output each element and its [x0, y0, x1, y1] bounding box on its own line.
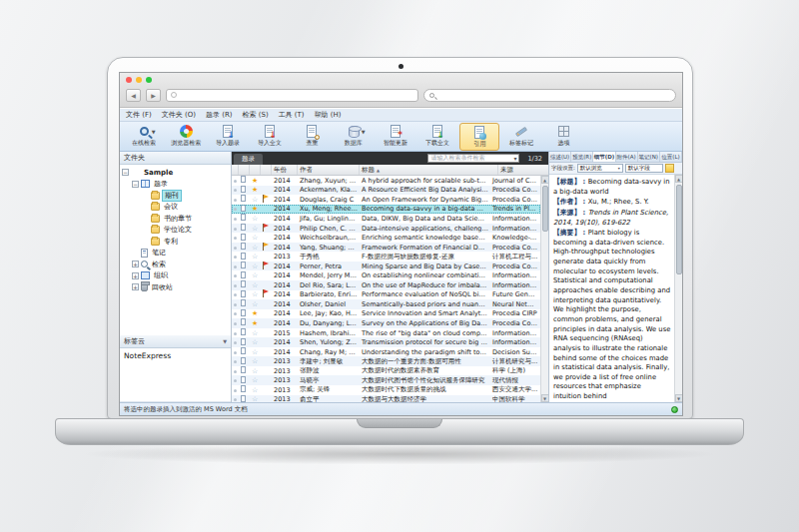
- table-row[interactable]: ★2014Du, Danyang; Li, Aih...Survey on th…: [232, 318, 540, 328]
- address-bar[interactable]: [166, 89, 418, 102]
- detail-scroll-thumb[interactable]: [676, 185, 682, 274]
- sidebar-item-4[interactable]: 书的章节: [120, 213, 231, 225]
- minimize-window-button[interactable]: [136, 77, 142, 83]
- toolbar-browser-search-button[interactable]: 浏览器检索: [166, 123, 206, 151]
- detail-tab-0[interactable]: 综述(U): [549, 152, 571, 162]
- collapse-icon[interactable]: ▼: [223, 338, 227, 344]
- menu-item-0[interactable]: 文件 (F): [126, 110, 152, 120]
- star-icon[interactable]: ☆: [252, 196, 258, 204]
- star-icon[interactable]: ☆: [252, 395, 258, 402]
- star-icon[interactable]: ☆: [252, 348, 258, 356]
- star-icon[interactable]: ★: [252, 177, 258, 185]
- zoom-window-button[interactable]: [146, 77, 152, 83]
- sidebar-item-8[interactable]: +检索: [120, 259, 231, 270]
- flag-icon[interactable]: [263, 262, 269, 269]
- table-row[interactable]: ☆2013马晓亭大数据时代图书馆个性化知识服务保障研究现代情报: [232, 375, 540, 385]
- toolbar-tag-mark-button[interactable]: 标签标记: [501, 123, 541, 151]
- sidebar-item-1[interactable]: −题录: [120, 179, 231, 191]
- toolbar-online-search-button[interactable]: ▼在线检索: [124, 123, 164, 151]
- sidebar-item-0[interactable]: −Sample: [120, 167, 231, 179]
- sidebar-item-3[interactable]: 会议: [120, 202, 231, 214]
- star-icon[interactable]: ☆: [252, 234, 258, 242]
- detail-tab-2[interactable]: 细节(D): [593, 152, 615, 162]
- star-icon[interactable]: ☆: [252, 300, 258, 308]
- star-icon[interactable]: ★: [252, 205, 258, 213]
- table-row[interactable]: ☆2014Douglas, Craig CAn Open Framework f…: [232, 195, 540, 205]
- table-row[interactable]: ★2014Lee, Jay; Kao, Hung-...Service Inno…: [232, 309, 540, 319]
- detail-scroll-up-icon[interactable]: ▲: [675, 175, 683, 183]
- tag-cloud-tag-0[interactable]: NoteExpress: [124, 351, 171, 360]
- star-icon[interactable]: ☆: [252, 386, 258, 394]
- col-year[interactable]: 年份: [272, 165, 298, 175]
- collapse-node-icon[interactable]: −: [132, 181, 139, 188]
- list-scrollbar[interactable]: ▲ ▼: [540, 176, 548, 402]
- star-icon[interactable]: ☆: [252, 225, 258, 233]
- star-icon[interactable]: ★: [252, 309, 258, 317]
- col-source[interactable]: 来源: [498, 165, 548, 175]
- sidebar-item-10[interactable]: +回收站: [120, 281, 231, 293]
- star-icon[interactable]: ☆: [252, 329, 258, 337]
- field-edit-button[interactable]: [665, 164, 674, 173]
- col-flag[interactable]: [261, 165, 272, 175]
- scroll-down-icon[interactable]: ▼: [541, 394, 549, 402]
- sidebar-item-9[interactable]: +组织: [120, 270, 231, 282]
- flag-icon[interactable]: [263, 289, 269, 297]
- toolbar-import-refs-button[interactable]: ↓导入题录: [208, 123, 248, 151]
- star-icon[interactable]: ★: [252, 186, 258, 194]
- table-row[interactable]: ☆2014Shen, Yulong; Zhan...Transmission p…: [232, 337, 540, 347]
- tag-cloud-header[interactable]: 标签云 ▼: [120, 335, 231, 348]
- tab-references[interactable]: 题录: [234, 154, 263, 165]
- flag-icon[interactable]: [263, 243, 269, 251]
- star-icon[interactable]: ☆: [252, 263, 258, 270]
- star-icon[interactable]: ☆: [252, 338, 258, 346]
- flag-icon[interactable]: [263, 195, 269, 203]
- table-row[interactable]: ☆2013张静波大数据时代的数据素养教育科学 (上海): [232, 366, 540, 376]
- star-icon[interactable]: ☆: [252, 271, 258, 279]
- menu-item-1[interactable]: 文件夹 (O): [162, 110, 196, 120]
- browser-search-field[interactable]: [423, 89, 677, 102]
- detail-tab-5[interactable]: 位置(L): [660, 152, 682, 162]
- star-icon[interactable]: ☆: [252, 367, 258, 375]
- detail-tab-1[interactable]: 预览(R): [571, 152, 593, 162]
- col-title[interactable]: 标题 ▲: [360, 165, 498, 175]
- star-icon[interactable]: ☆: [252, 376, 258, 384]
- table-row[interactable]: ☆2013于秀艳F-数据挖掘与缺损数据修复-还原计算机工程与...: [232, 252, 540, 262]
- table-row[interactable]: ☆2013宗威; 吴锋大数据时代下数据质量的挑战西安交通大学...: [232, 385, 540, 395]
- star-icon[interactable]: ★: [252, 319, 258, 327]
- toolbar-smart-update-button[interactable]: *智能更新: [376, 123, 415, 151]
- col-author[interactable]: 作者: [298, 165, 360, 175]
- star-icon[interactable]: ☆: [252, 357, 258, 365]
- detail-tab-4[interactable]: 笔记(N): [638, 152, 660, 162]
- toolbar-database-button[interactable]: ▼数据库: [334, 123, 374, 151]
- menu-item-3[interactable]: 检索 (S): [242, 110, 268, 120]
- table-row[interactable]: ☆2014Yang, Shuang; Guo, ...Framework For…: [232, 243, 540, 253]
- toolbar-dedupe-button[interactable]: 查重: [292, 123, 332, 151]
- star-icon[interactable]: ☆: [252, 244, 258, 252]
- dropdown-caret-icon[interactable]: ▼: [152, 129, 156, 135]
- table-row[interactable]: ☆2014Barbierato, Enrico; G...Performance…: [232, 290, 540, 300]
- table-row[interactable]: ☆2013李建中; 刘显敏大数据的一个重要方面:数据可用性计算机研究与...: [232, 356, 540, 366]
- expand-node-icon[interactable]: +: [132, 261, 139, 267]
- table-row[interactable]: ☆2014Del Rio, Sara; López...On the use o…: [232, 280, 540, 290]
- back-button[interactable]: ◀: [126, 89, 141, 102]
- style-select[interactable]: 默认浏览 ▾: [577, 164, 623, 173]
- detail-scrollbar[interactable]: ▲ ▼: [674, 175, 682, 402]
- col-star[interactable]: [250, 165, 261, 175]
- menu-item-4[interactable]: 工具 (T): [279, 110, 305, 120]
- table-row[interactable]: ☆2014Philip Chen, C. L; Zh...Data-intens…: [232, 224, 540, 234]
- table-row[interactable]: ☆2014Olsher, DanielSemantically-based pr…: [232, 299, 540, 309]
- menu-item-2[interactable]: 题录 (R): [206, 110, 233, 120]
- forward-button[interactable]: ▶: [146, 89, 161, 102]
- star-icon[interactable]: ☆: [252, 253, 258, 261]
- detail-scroll-down-icon[interactable]: ▼: [675, 394, 683, 402]
- table-row[interactable]: ★2014Xu, Meng; Rhee, Se...Becoming data-…: [232, 205, 540, 215]
- collapse-node-icon[interactable]: −: [122, 169, 129, 176]
- table-row[interactable]: ★2014Ackermann, Klaus; A...A Resource Ef…: [232, 186, 540, 196]
- expand-node-icon[interactable]: +: [132, 272, 139, 279]
- menu-item-5[interactable]: 帮助 (H): [315, 110, 342, 120]
- expand-node-icon[interactable]: +: [132, 283, 139, 290]
- table-row[interactable]: ☆2014Weichselbraun, A; G...Enriching sem…: [232, 233, 540, 243]
- detail-tab-3[interactable]: 附件(A): [616, 152, 638, 162]
- toolbar-import-fulltext-button[interactable]: ↓导入全文: [250, 123, 290, 151]
- list-search-input[interactable]: 请输入检索条件检索 ▾: [427, 154, 519, 163]
